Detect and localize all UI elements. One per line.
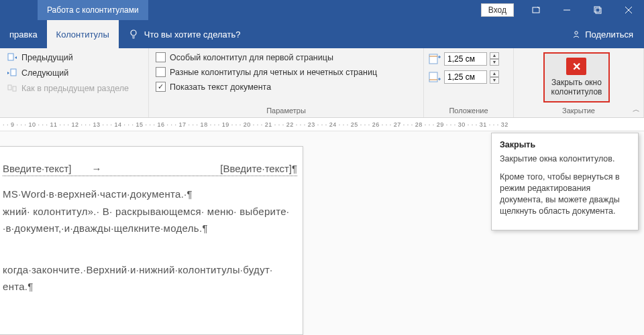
sign-in-button[interactable]: Вход	[481, 3, 514, 17]
body-text-line: MS·Word·в·верхней·части·документа.·¶	[3, 186, 297, 203]
link-to-previous-label: Как в предыдущем разделе	[21, 84, 129, 93]
previous-section-button[interactable]: Предыдущий	[4, 51, 144, 64]
share-icon	[572, 29, 581, 39]
show-document-text-checkbox[interactable]: ✓ Показать текст документа	[153, 80, 419, 93]
ribbon-display-options-icon[interactable]	[521, 0, 551, 20]
spinner-buttons[interactable]: ▲▼	[490, 52, 499, 66]
svg-point-9	[575, 31, 578, 34]
body-text-line: когда·закончите.·Верхний·и·нижний·колонт…	[3, 261, 297, 279]
ribbon-group-close: ✕ Закрыть окно колонтитулов Закрытие	[514, 48, 644, 117]
header-field-right[interactable]: [Введите·текст]¶	[220, 163, 297, 174]
tell-me-search[interactable]: Что вы хотите сделать?	[119, 20, 250, 48]
group-label-close: Закрытие	[518, 105, 639, 117]
tab-edit[interactable]: правка	[0, 20, 47, 48]
body-text-line: ·в·документ,·и·дважды·щелкните·модель.¶	[3, 220, 297, 237]
header-fields-row[interactable]: Введите·текст] → [Введите·текст]¶	[3, 163, 297, 176]
svg-rect-11	[11, 69, 16, 76]
close-x-icon: ✕	[566, 58, 586, 75]
close-header-footer-button[interactable]: ✕ Закрыть окно колонтитулов	[543, 52, 610, 103]
tab-character: →	[91, 163, 101, 174]
ribbon-group-navigation: Предыдущий Следующий Как в предыдущем ра…	[0, 48, 149, 117]
title-bar: Работа с колонтитулами Вход	[0, 0, 644, 20]
tooltip-text: Закрытие окна колонтитулов.	[500, 153, 630, 165]
svg-point-6	[131, 30, 136, 36]
lightbulb-icon	[128, 29, 139, 40]
different-odd-even-label: Разные колонтитулы для четных и нечетных…	[170, 68, 377, 77]
group-label-position: Положение	[428, 105, 509, 117]
close-button-label-1: Закрыть окно	[551, 78, 602, 87]
footer-position-icon	[428, 72, 441, 82]
previous-section-label: Предыдущий	[21, 53, 73, 62]
svg-rect-3	[596, 8, 601, 13]
page[interactable]: Введите·текст] → [Введите·текст]¶ MS·Wor…	[0, 146, 303, 335]
ribbon-group-options: Особый колонтитул для первой страницы Ра…	[149, 48, 424, 117]
body-text-line: жний· колонтитул».· В· раскрывающемся· м…	[3, 203, 297, 220]
ribbon: Предыдущий Следующий Как в предыдущем ра…	[0, 48, 644, 118]
tell-me-placeholder: Что вы хотите сделать?	[144, 29, 241, 40]
contextual-tab-label: Работа с колонтитулами	[38, 0, 148, 20]
header-position-icon	[428, 54, 441, 64]
previous-icon	[7, 52, 17, 63]
link-to-previous-button: Как в предыдущем разделе	[4, 82, 144, 95]
maximize-icon[interactable]	[582, 0, 613, 20]
svg-rect-2	[594, 7, 600, 12]
tooltip: Закрыть Закрытие окна колонтитулов. Кром…	[491, 133, 639, 230]
svg-rect-10	[8, 54, 13, 60]
group-label	[4, 105, 144, 117]
body-text-line: ента.¶	[3, 278, 297, 295]
footer-from-bottom-spinner[interactable]: ▲▼	[428, 70, 509, 84]
next-section-label: Следующий	[21, 68, 68, 78]
minimize-icon[interactable]	[551, 0, 582, 20]
show-document-text-label: Показать текст документа	[170, 82, 271, 92]
svg-rect-14	[429, 54, 437, 64]
group-label-options: Параметры	[153, 105, 419, 117]
link-previous-icon	[7, 83, 17, 94]
share-button[interactable]: Поделиться	[561, 20, 644, 48]
next-icon	[7, 68, 17, 78]
ribbon-tabs: правка Колонтитулы Что вы хотите сделать…	[0, 20, 644, 48]
svg-rect-13	[13, 86, 16, 91]
checkbox-icon	[156, 67, 166, 77]
ribbon-group-position: ▲▼ ▲▼ Положение	[424, 48, 514, 117]
svg-rect-16	[429, 72, 437, 82]
window-close-icon[interactable]	[613, 0, 644, 20]
close-button-label-2: колонтитулов	[551, 87, 602, 96]
next-section-button[interactable]: Следующий	[4, 66, 144, 80]
checkbox-checked-icon: ✓	[156, 82, 166, 92]
horizontal-ruler[interactable]: · · 9 · · · 10 · · · 11 · · · 12 · · · 1…	[0, 118, 644, 131]
footer-from-bottom-input[interactable]	[444, 70, 487, 84]
different-first-page-checkbox[interactable]: Особый колонтитул для первой страницы	[153, 51, 419, 64]
header-from-top-input[interactable]	[444, 52, 487, 66]
header-field-left[interactable]: Введите·текст]	[3, 163, 71, 174]
spinner-buttons[interactable]: ▲▼	[490, 70, 499, 84]
different-odd-even-checkbox[interactable]: Разные колонтитулы для четных и нечетных…	[153, 66, 419, 78]
header-from-top-spinner[interactable]: ▲▼	[428, 52, 509, 66]
checkbox-icon	[156, 52, 166, 62]
svg-rect-12	[8, 85, 11, 90]
tab-header-footer[interactable]: Колонтитулы	[47, 20, 119, 48]
different-first-page-label: Особый колонтитул для первой страницы	[170, 53, 333, 62]
tooltip-text: Кроме того, чтобы вернуться в режим реда…	[500, 172, 630, 217]
tooltip-title: Закрыть	[500, 140, 630, 149]
share-label: Поделиться	[585, 29, 633, 40]
collapse-ribbon-icon[interactable]: ︿	[633, 105, 640, 115]
